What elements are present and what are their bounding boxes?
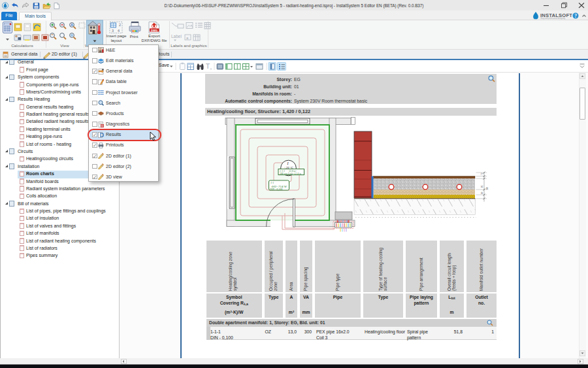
svg-text:+20 °C: +20 °C [284,166,293,169]
svg-text:30: 30 [481,192,483,194]
svg-text:T: T [206,63,210,70]
svg-text:A: A [71,23,73,27]
svg-text:88: 88 [486,187,489,190]
svg-text:?: ? [574,13,577,19]
svg-text:x: x [210,67,212,71]
svg-text:1-1: 1-1 [270,181,274,184]
svg-text:Label: Label [171,34,182,39]
svg-text:DWG: DWG [151,29,157,32]
svg-text:2: 2 [119,23,121,27]
svg-text:3: 3 [112,29,114,33]
svg-text:4: 4 [118,29,120,33]
svg-text:81: 81 [481,185,483,188]
svg-text:Easy and professional designin: Easy and professional designing [541,17,566,20]
svg-text:72: 72 [481,173,483,175]
